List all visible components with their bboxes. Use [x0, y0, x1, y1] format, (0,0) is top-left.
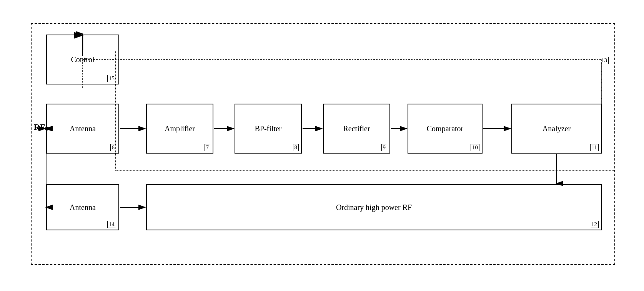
node-13-label: 13	[600, 57, 609, 64]
antenna2-number: 14	[107, 221, 116, 228]
antenna2-block: Antenna 14	[46, 184, 119, 230]
control-block: Control 15	[46, 35, 119, 84]
antenna1-label: Antenna	[70, 124, 96, 133]
control-label: Control	[71, 55, 94, 64]
antenna2-label: Antenna	[70, 203, 96, 212]
ordinary-rf-label: Ordinary high power RF	[336, 203, 412, 212]
diagram-container: RF Control 15 Antenna 6 Amplifier 7 BP-f…	[0, 0, 644, 291]
ordinary-rf-block: Ordinary high power RF 12	[146, 184, 602, 230]
rf-label: RF	[34, 122, 45, 132]
ordinary-rf-number: 12	[590, 221, 599, 228]
antenna1-block: Antenna 6	[46, 104, 119, 154]
inner-dotted-border	[115, 50, 615, 171]
control-number: 15	[107, 75, 116, 82]
